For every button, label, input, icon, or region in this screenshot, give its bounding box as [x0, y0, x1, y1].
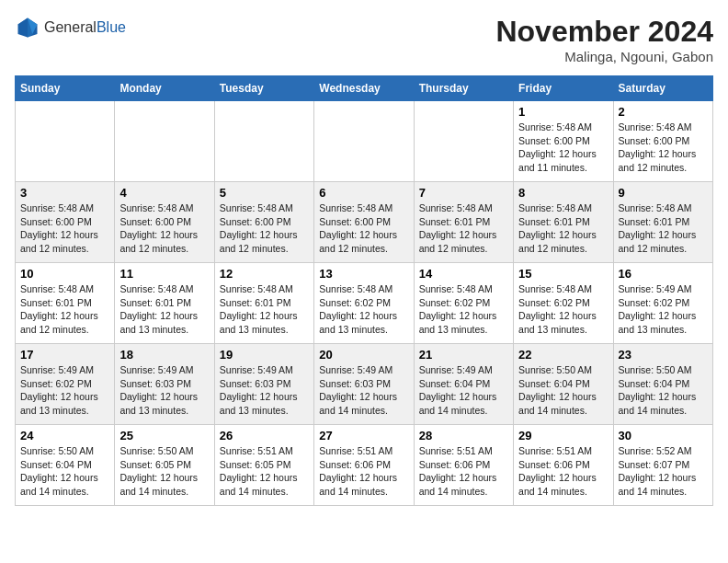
calendar-cell: 13Sunrise: 5:48 AMSunset: 6:02 PMDayligh…: [314, 263, 414, 344]
day-number: 7: [419, 186, 508, 200]
day-info: Sunrise: 5:48 AMSunset: 6:01 PMDaylight:…: [119, 282, 209, 337]
day-info: Sunrise: 5:48 AMSunset: 6:01 PMDaylight:…: [619, 201, 708, 256]
title-block: November 2024 Malinga, Ngouni, Gabon: [495, 15, 713, 64]
day-info: Sunrise: 5:51 AMSunset: 6:06 PMDaylight:…: [319, 444, 408, 499]
calendar-body: 1Sunrise: 5:48 AMSunset: 6:00 PMDaylight…: [16, 101, 713, 506]
day-info: Sunrise: 5:50 AMSunset: 6:04 PMDaylight:…: [518, 363, 608, 418]
calendar-cell: 28Sunrise: 5:51 AMSunset: 6:06 PMDayligh…: [414, 425, 513, 506]
weekday-header: Saturday: [613, 76, 712, 101]
day-number: 2: [619, 105, 708, 119]
calendar-cell: 18Sunrise: 5:49 AMSunset: 6:03 PMDayligh…: [115, 344, 214, 425]
calendar-cell: 30Sunrise: 5:52 AMSunset: 6:07 PMDayligh…: [613, 425, 712, 506]
day-info: Sunrise: 5:48 AMSunset: 6:01 PMDaylight:…: [419, 201, 508, 256]
calendar-cell: [115, 101, 214, 182]
calendar-cell: 11Sunrise: 5:48 AMSunset: 6:01 PMDayligh…: [115, 263, 214, 344]
calendar-cell: 29Sunrise: 5:51 AMSunset: 6:06 PMDayligh…: [514, 425, 613, 506]
calendar-cell: 4Sunrise: 5:48 AMSunset: 6:00 PMDaylight…: [115, 182, 214, 263]
calendar-cell: 17Sunrise: 5:49 AMSunset: 6:02 PMDayligh…: [16, 344, 115, 425]
day-info: Sunrise: 5:48 AMSunset: 6:00 PMDaylight:…: [518, 121, 608, 175]
calendar-cell: 3Sunrise: 5:48 AMSunset: 6:00 PMDaylight…: [16, 182, 115, 263]
day-number: 3: [20, 186, 109, 200]
day-number: 16: [619, 267, 708, 281]
calendar-week-row: 17Sunrise: 5:49 AMSunset: 6:02 PMDayligh…: [16, 344, 713, 425]
day-info: Sunrise: 5:48 AMSunset: 6:01 PMDaylight:…: [518, 201, 608, 256]
month-title: November 2024: [495, 15, 713, 49]
day-number: 23: [619, 348, 708, 362]
page-header: GeneralBlue November 2024 Malinga, Ngoun…: [15, 15, 713, 64]
day-number: 22: [518, 348, 608, 362]
day-info: Sunrise: 5:48 AMSunset: 6:02 PMDaylight:…: [419, 282, 508, 337]
day-info: Sunrise: 5:48 AMSunset: 6:01 PMDaylight:…: [220, 282, 309, 337]
calendar-cell: 1Sunrise: 5:48 AMSunset: 6:00 PMDaylight…: [514, 101, 613, 182]
day-number: 17: [20, 348, 109, 362]
calendar-header: SundayMondayTuesdayWednesdayThursdayFrid…: [16, 76, 713, 101]
weekday-header: Thursday: [414, 76, 513, 101]
day-number: 1: [518, 105, 608, 119]
day-number: 19: [220, 348, 309, 362]
day-number: 18: [119, 348, 209, 362]
day-number: 24: [20, 429, 109, 442]
weekday-header: Friday: [514, 76, 613, 101]
logo: GeneralBlue: [15, 15, 126, 40]
calendar-cell: 14Sunrise: 5:48 AMSunset: 6:02 PMDayligh…: [414, 263, 513, 344]
weekday-header: Sunday: [16, 76, 115, 101]
day-info: Sunrise: 5:49 AMSunset: 6:03 PMDaylight:…: [220, 363, 309, 418]
day-number: 10: [20, 267, 109, 281]
day-number: 27: [319, 429, 408, 442]
calendar-week-row: 10Sunrise: 5:48 AMSunset: 6:01 PMDayligh…: [16, 263, 713, 344]
weekday-header: Wednesday: [314, 76, 414, 101]
calendar-week-row: 1Sunrise: 5:48 AMSunset: 6:00 PMDaylight…: [16, 101, 713, 182]
calendar-cell: 6Sunrise: 5:48 AMSunset: 6:00 PMDaylight…: [314, 182, 414, 263]
day-info: Sunrise: 5:48 AMSunset: 6:00 PMDaylight:…: [20, 201, 109, 256]
day-info: Sunrise: 5:51 AMSunset: 6:05 PMDaylight:…: [220, 444, 309, 499]
calendar-cell: [314, 101, 414, 182]
calendar-cell: 27Sunrise: 5:51 AMSunset: 6:06 PMDayligh…: [314, 425, 414, 506]
day-info: Sunrise: 5:49 AMSunset: 6:02 PMDaylight:…: [619, 282, 708, 337]
calendar-cell: 7Sunrise: 5:48 AMSunset: 6:01 PMDaylight…: [414, 182, 513, 263]
day-info: Sunrise: 5:48 AMSunset: 6:02 PMDaylight:…: [518, 282, 608, 337]
day-number: 15: [518, 267, 608, 281]
weekday-header-row: SundayMondayTuesdayWednesdayThursdayFrid…: [16, 76, 713, 101]
calendar-table: SundayMondayTuesdayWednesdayThursdayFrid…: [15, 75, 713, 506]
day-info: Sunrise: 5:51 AMSunset: 6:06 PMDaylight:…: [419, 444, 508, 499]
day-number: 25: [119, 429, 209, 442]
calendar-cell: 26Sunrise: 5:51 AMSunset: 6:05 PMDayligh…: [214, 425, 313, 506]
day-number: 20: [319, 348, 408, 362]
day-number: 6: [319, 186, 408, 200]
calendar-cell: 25Sunrise: 5:50 AMSunset: 6:05 PMDayligh…: [115, 425, 214, 506]
day-number: 8: [518, 186, 608, 200]
day-info: Sunrise: 5:50 AMSunset: 6:04 PMDaylight:…: [20, 444, 109, 499]
day-number: 28: [419, 429, 508, 442]
day-number: 14: [419, 267, 508, 281]
calendar-cell: 19Sunrise: 5:49 AMSunset: 6:03 PMDayligh…: [214, 344, 313, 425]
location: Malinga, Ngouni, Gabon: [495, 49, 713, 64]
weekday-header: Tuesday: [214, 76, 313, 101]
day-info: Sunrise: 5:52 AMSunset: 6:07 PMDaylight:…: [619, 444, 708, 499]
day-info: Sunrise: 5:49 AMSunset: 6:04 PMDaylight:…: [419, 363, 508, 418]
day-number: 11: [119, 267, 209, 281]
day-number: 12: [220, 267, 309, 281]
logo-general: General: [44, 19, 97, 36]
day-info: Sunrise: 5:48 AMSunset: 6:00 PMDaylight:…: [220, 201, 309, 256]
calendar-cell: 15Sunrise: 5:48 AMSunset: 6:02 PMDayligh…: [514, 263, 613, 344]
calendar-cell: 16Sunrise: 5:49 AMSunset: 6:02 PMDayligh…: [613, 263, 712, 344]
calendar-cell: 23Sunrise: 5:50 AMSunset: 6:04 PMDayligh…: [613, 344, 712, 425]
day-number: 4: [119, 186, 209, 200]
day-info: Sunrise: 5:48 AMSunset: 6:00 PMDaylight:…: [619, 121, 708, 175]
day-info: Sunrise: 5:48 AMSunset: 6:01 PMDaylight:…: [20, 282, 109, 337]
calendar-cell: 8Sunrise: 5:48 AMSunset: 6:01 PMDaylight…: [514, 182, 613, 263]
weekday-header: Monday: [115, 76, 214, 101]
day-number: 13: [319, 267, 408, 281]
calendar-cell: [214, 101, 313, 182]
day-info: Sunrise: 5:49 AMSunset: 6:03 PMDaylight:…: [119, 363, 209, 418]
day-number: 30: [619, 429, 708, 442]
day-number: 9: [619, 186, 708, 200]
day-info: Sunrise: 5:49 AMSunset: 6:03 PMDaylight:…: [319, 363, 408, 418]
logo-text: GeneralBlue: [44, 19, 126, 36]
day-info: Sunrise: 5:50 AMSunset: 6:04 PMDaylight:…: [619, 363, 708, 418]
calendar-cell: 5Sunrise: 5:48 AMSunset: 6:00 PMDaylight…: [214, 182, 313, 263]
logo-icon: [15, 15, 40, 40]
calendar-cell: 9Sunrise: 5:48 AMSunset: 6:01 PMDaylight…: [613, 182, 712, 263]
calendar-week-row: 24Sunrise: 5:50 AMSunset: 6:04 PMDayligh…: [16, 425, 713, 506]
logo-blue: Blue: [97, 19, 126, 36]
